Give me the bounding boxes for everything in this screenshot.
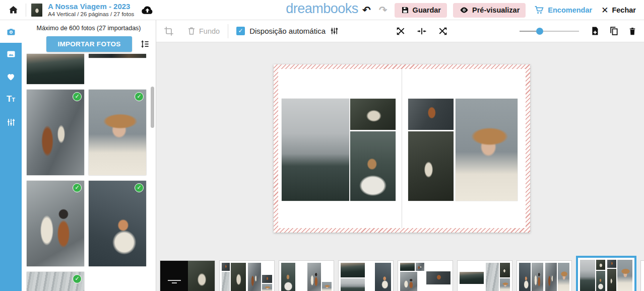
mini-photo <box>580 260 595 291</box>
duplicate-page-button[interactable] <box>609 26 619 36</box>
mini-spacer <box>367 263 374 291</box>
mini-photo <box>248 263 261 291</box>
preview-label: Pré-visualizar <box>472 6 520 14</box>
filmstrip-thumb-spread-3[interactable] <box>338 260 394 291</box>
mini-page <box>222 263 246 291</box>
shuffle-forward-button[interactable] <box>438 26 448 36</box>
tune-icon <box>330 26 339 36</box>
shuffle-left-icon <box>396 26 406 36</box>
tab-favorites[interactable] <box>0 65 22 88</box>
project-subtitle: A4 Vertical / 26 páginas / 27 fotos <box>48 11 134 18</box>
photo-thumb-couple-selfie[interactable] <box>27 181 84 266</box>
filmstrip-thumb-spread-2[interactable] <box>279 260 334 291</box>
cover-back <box>160 261 188 291</box>
tab-settings[interactable] <box>0 111 22 133</box>
toolbar-right-group <box>520 26 637 36</box>
merge-pages-button[interactable] <box>417 26 427 36</box>
save-button[interactable]: Guardar <box>395 3 447 18</box>
editor-toolbar: Fundo ✓ Disposição automática <box>156 20 644 42</box>
order-button[interactable]: Encomendar <box>532 5 594 15</box>
mini-photo <box>341 263 365 277</box>
mini-photo <box>558 263 569 291</box>
project-title: A Nossa Viagem - 2023 <box>48 2 134 11</box>
filmstrip-thumb-spread-7-selected[interactable] <box>576 256 636 291</box>
zoom-slider[interactable] <box>520 28 579 35</box>
spread-photo-couple-on-bridge[interactable] <box>408 131 454 201</box>
text-icon: TT <box>7 95 15 104</box>
home-button[interactable] <box>7 4 20 16</box>
brand-logo: dreambooks <box>286 1 358 17</box>
photo-thumb-woman-by-lake[interactable] <box>89 181 146 266</box>
import-photos-button[interactable]: IMPORTAR FOTOS <box>46 36 132 52</box>
background-label: Fundo <box>199 27 220 35</box>
photo-thumb-rock-texture[interactable] <box>27 272 84 291</box>
sort-photos-button[interactable] <box>140 39 150 49</box>
mini-page <box>607 260 632 291</box>
filmstrip-thumb-spread-5[interactable] <box>457 260 512 291</box>
spread-photo-woman-in-boat[interactable] <box>350 131 396 201</box>
mini-photo <box>307 263 321 291</box>
sliders-icon <box>6 117 16 127</box>
mini-photo <box>322 282 332 291</box>
mini-page <box>367 263 391 291</box>
undo-button[interactable]: ↶ <box>361 4 372 16</box>
filmstrip-thumb-partial[interactable] <box>640 260 644 291</box>
mini-photo <box>596 271 605 291</box>
tab-text[interactable]: TT <box>0 88 22 111</box>
auto-layout-checkbox[interactable]: ✓ <box>236 27 245 35</box>
cloud-sync-icon <box>141 5 154 15</box>
close-button[interactable]: ✕ Fechar <box>600 5 637 15</box>
photo-thumb-couple-on-rocks[interactable] <box>27 90 84 175</box>
mini-photo <box>281 263 295 291</box>
mini-photo <box>519 263 531 291</box>
mini-photo <box>607 269 616 291</box>
filmstrip-thumb-cover[interactable] <box>160 260 215 291</box>
preview-button[interactable]: Pré-visualizar <box>453 3 526 18</box>
shuffle-back-button[interactable] <box>396 26 406 36</box>
panel-scrollbar[interactable] <box>151 87 154 128</box>
photo-thumb-boat-on-dark-water[interactable] <box>27 54 84 84</box>
mini-page <box>545 263 569 291</box>
page-filmstrip <box>156 256 644 291</box>
crop-button[interactable] <box>164 26 174 36</box>
heart-icon <box>6 72 16 82</box>
filmstrip-thumb-spread-6[interactable] <box>517 260 572 291</box>
photo-thumb-woman-with-hat[interactable] <box>89 90 146 175</box>
mini-photo <box>532 263 543 291</box>
zoom-slider-thumb[interactable] <box>536 28 543 35</box>
mini-page <box>341 263 365 291</box>
add-page-button[interactable] <box>590 26 600 36</box>
background-button[interactable]: Fundo <box>187 26 220 36</box>
mini-page <box>460 263 484 291</box>
close-label: Fechar <box>612 6 636 14</box>
redo-icon: ↷ <box>379 5 388 15</box>
project-thumbnail <box>31 4 42 17</box>
undo-icon: ↶ <box>362 5 371 15</box>
mini-photo <box>231 263 246 291</box>
filmstrip-thumb-spread-1[interactable] <box>219 260 275 291</box>
divider <box>26 4 26 17</box>
tab-photos[interactable] <box>0 20 22 43</box>
mini-photo <box>617 260 632 291</box>
order-label: Encomendar <box>548 6 592 14</box>
spread-photo-man-on-rocks[interactable] <box>408 99 454 130</box>
mini-page <box>519 263 543 291</box>
topbar-left: A Nossa Viagem - 2023 A4 Vertical / 26 p… <box>0 2 154 18</box>
photo-panel: Máximo de 600 fotos (27 importadas) IMPO… <box>22 20 156 291</box>
mini-photo <box>426 271 450 284</box>
filmstrip-thumb-spread-4[interactable] <box>398 260 453 291</box>
mini-photo <box>545 263 557 291</box>
photo-thumb-edge-sliver[interactable] <box>89 54 146 58</box>
mini-photo <box>222 263 230 271</box>
redo-button[interactable]: ↷ <box>378 4 389 16</box>
delete-page-button[interactable] <box>628 26 637 36</box>
trash-outline-icon <box>187 26 196 36</box>
add-page-icon <box>590 26 600 36</box>
spread-photo-woman-with-hat[interactable] <box>456 99 518 201</box>
tab-backgrounds[interactable] <box>0 43 22 65</box>
spread-photo-woman-in-cave[interactable] <box>350 99 396 130</box>
spread-photo-cliff-and-lake[interactable] <box>282 99 349 201</box>
layout-options-button[interactable] <box>330 26 339 36</box>
cover-front-photo <box>188 261 215 291</box>
book-spread[interactable] <box>274 64 530 233</box>
